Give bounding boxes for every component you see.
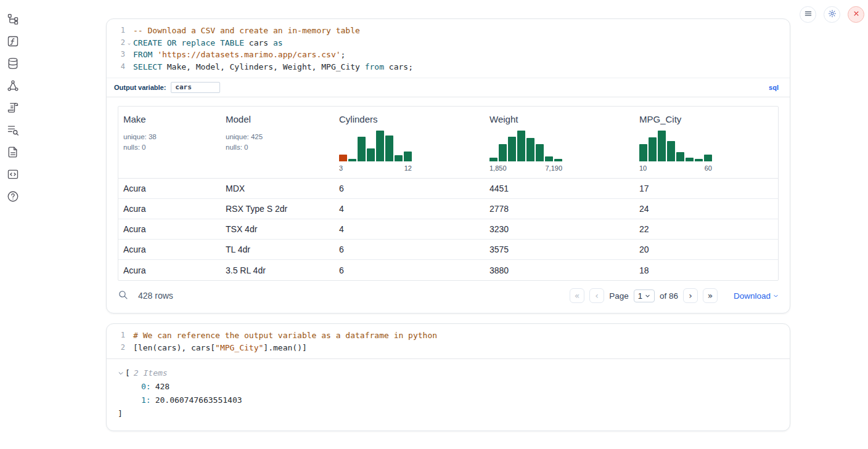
code-token [215,38,220,47]
sidebar-item-scratchpad[interactable] [4,100,22,117]
code-text: [len(cars), cars["MPG_City"].mean()] [133,342,307,354]
search-button[interactable] [118,289,128,302]
code-token: ].mean()] [263,343,306,352]
page-select[interactable]: 1 [634,289,655,302]
settings-button[interactable] [824,6,840,23]
histogram-bar [339,155,347,161]
output-variable-row: Output variable: cars sql [107,78,790,97]
histogram-range: 1060 [639,164,712,172]
histogram-bar [695,159,703,161]
table-row[interactable]: AcuraMDX6445117 [118,179,778,199]
notebook: 1-- Download a CSV and create an in-memo… [106,0,790,431]
code-text: CREATE OR replace TABLE cars as [133,37,283,49]
menu-button[interactable] [800,6,816,23]
column-stats: unique: 425nulls: 0 [226,132,329,152]
code-line: 4SELECT Make, Model, Cylinders, Weight, … [113,61,781,73]
code-token: [len(cars), cars[ [133,343,215,352]
sidebar-item-documentation[interactable] [4,144,22,161]
table-footer: 428 rows « ‹ Page 1 of 86 › » Download [107,281,790,313]
code-token [152,50,157,59]
output-variable-input[interactable]: cars [171,82,220,93]
next-page-button[interactable]: › [683,288,698,303]
sidebar-item-variables[interactable] [4,33,22,51]
table-cell: Acura [118,184,221,193]
table-cell: MDX [221,184,334,193]
histogram-min-label: 3 [339,164,343,172]
column-header[interactable]: Weight1,8507,190 [485,107,634,178]
fold-caret-icon [125,49,133,61]
table-row[interactable]: AcuraRSX Type S 2dr4277824 [118,199,778,219]
chevron-down-icon [645,291,650,301]
histogram-range: 312 [339,164,412,172]
histogram-bar [536,144,544,161]
logs-icon [7,124,19,138]
table-row[interactable]: AcuraTSX 4dr4323022 [118,219,778,240]
prev-page-button[interactable]: ‹ [589,288,604,303]
sidebar-item-snippets[interactable] [4,166,22,184]
download-button[interactable]: Download [734,291,779,301]
sidebar-item-dependencies[interactable] [4,78,22,95]
sidebar-item-help[interactable] [4,188,22,206]
shutdown-button[interactable] [848,6,864,23]
chevron-down-icon [773,291,779,301]
histogram-bar [385,136,393,161]
column-stats: unique: 38nulls: 0 [123,132,216,152]
code-line: 2⌄CREATE OR replace TABLE cars as [113,37,781,49]
column-name: Model [226,114,329,124]
table-row[interactable]: AcuraTL 4dr6357520 [118,240,778,260]
dependency-graph-icon [7,79,19,94]
sidebar [4,11,22,206]
code-line: 2[len(cars), cars["MPG_City"].mean()] [113,342,781,354]
gear-icon [828,9,837,20]
line-number: 3 [113,49,125,61]
sql-cell: 1-- Download a CSV and create an in-memo… [106,18,790,313]
entry-value: 428 [155,380,170,394]
entry-value: 20.060747663551403 [155,394,242,407]
table-row[interactable]: Acura3.5 RL 4dr6388018 [118,260,778,280]
table-cell: 17 [634,184,778,193]
sidebar-item-file-tree[interactable] [4,11,22,28]
table-body: AcuraMDX6445117AcuraRSX Type S 2dr427782… [118,179,778,280]
table-cell: 18 [634,265,778,275]
language-badge[interactable]: sql [769,84,779,91]
hamburger-icon [804,9,813,20]
code-token: cars [244,38,273,47]
table-cell: TSX 4dr [221,224,334,234]
column-header[interactable]: Modelunique: 425nulls: 0 [221,107,334,178]
code-token: SELECT [133,62,162,71]
histogram-bars [639,129,773,161]
stat-line: unique: 38 [123,132,216,142]
sidebar-item-logs[interactable] [4,122,22,139]
code-text: SELECT Make, Model, Cylinders, Weight, M… [133,61,413,73]
column-header[interactable]: MPG_City1060 [634,107,778,178]
last-page-button[interactable]: » [703,288,718,303]
table-cell: 6 [334,265,485,275]
stat-line: nulls: 0 [226,142,329,153]
output-entries: 0:4281:20.060747663551403 [118,380,779,407]
table-cell: Acura [118,265,221,275]
histogram-bar [517,131,525,161]
collapse-caret-icon[interactable] [118,370,125,376]
page-select-value: 1 [638,291,642,301]
histogram-bar [545,156,553,161]
table-header: Makeunique: 38nulls: 0Modelunique: 425nu… [118,107,778,179]
code-token: # We can reference the output variable a… [133,331,437,340]
table-cell: Acura [118,204,221,214]
sidebar-item-datasources[interactable] [4,55,22,73]
column-header[interactable]: Cylinders312 [334,107,485,178]
column-header[interactable]: Makeunique: 38nulls: 0 [118,107,221,178]
code-line: 1-- Download a CSV and create an in-memo… [113,25,781,37]
table-cell: Acura [118,245,221,254]
code-token: -- Download a CSV and create an in-memor… [133,26,360,35]
first-page-button[interactable]: « [570,288,584,303]
fold-caret-icon[interactable]: ⌄ [125,37,133,49]
histogram-bars [339,129,480,161]
python-editor[interactable]: 1# We can reference the output variable … [107,324,790,358]
code-token: ; [341,50,346,59]
sql-editor[interactable]: 1-- Download a CSV and create an in-memo… [107,19,790,78]
code-line: 1# We can reference the output variable … [113,330,781,342]
column-histogram: 1060 [639,129,773,172]
histogram-min-label: 10 [639,164,647,172]
code-text: # We can reference the output variable a… [133,330,437,342]
topbar-actions [800,6,864,23]
